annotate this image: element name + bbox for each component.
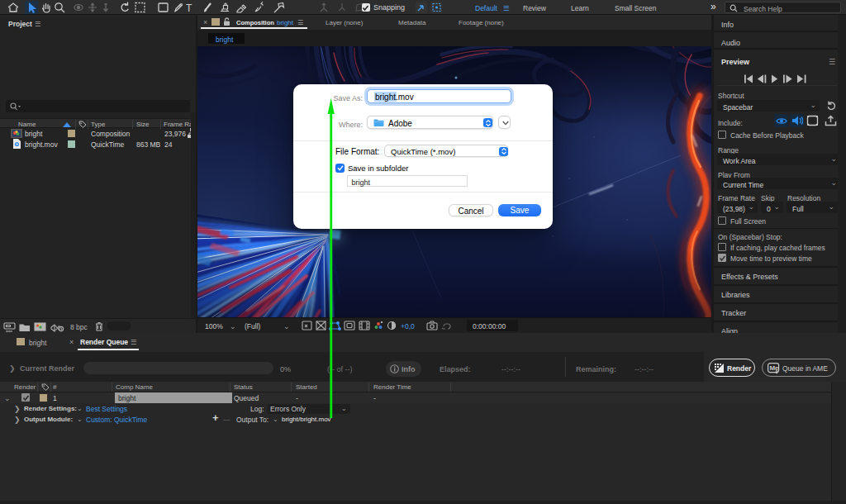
svg-text:Snapping: Snapping [373, 3, 405, 12]
svg-text:+0,0: +0,0 [401, 322, 415, 330]
svg-text:T: T [186, 2, 192, 14]
svg-text:Me: Me [769, 364, 779, 372]
svg-text:8 bpc: 8 bpc [70, 323, 88, 331]
